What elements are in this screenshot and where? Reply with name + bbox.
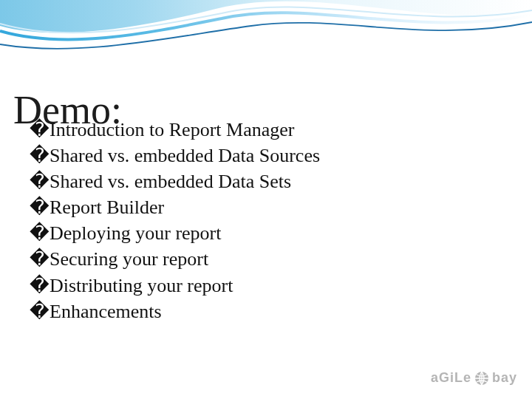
slide: Demo: �Introduction to Report Manager �S… [0,0,532,399]
globe-icon [474,371,489,386]
list-item-text: Introduction to Report Manager [50,119,294,140]
list-item-text: Shared vs. embedded Data Sources [50,145,320,166]
list-item: �Shared vs. embedded Data Sources [30,143,320,168]
list-item-text: Shared vs. embedded Data Sets [50,171,291,192]
list-item: �Shared vs. embedded Data Sets [30,168,320,194]
bullet-list: �Introduction to Report Manager �Shared … [30,117,320,324]
list-item: �Distributing your report [30,273,320,299]
logo-text-post: bay [492,370,517,386]
list-item-text: Enhancements [50,301,162,322]
top-wave-decoration [0,0,532,59]
logo-text-pre: aGiLe [431,370,471,386]
list-item: �Deploying your report [30,220,320,246]
logo: aGiLe bay [431,370,517,386]
list-item: �Report Builder [30,194,320,220]
list-item-text: Report Builder [50,197,164,218]
list-item: �Enhancements [30,299,320,324]
list-item-text: Securing your report [50,248,208,270]
list-item: �Introduction to Report Manager [30,117,320,143]
list-item-text: Deploying your report [50,222,222,244]
list-item-text: Distributing your report [50,275,233,296]
list-item: �Securing your report [30,246,320,272]
